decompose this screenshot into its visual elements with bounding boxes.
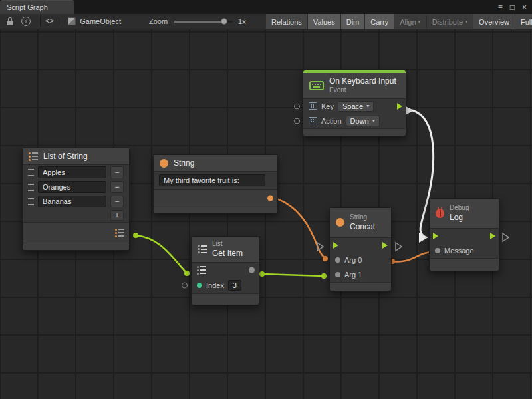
maximize-icon[interactable]: □ bbox=[510, 3, 515, 12]
node-category: List bbox=[212, 240, 243, 249]
node-on-keyboard-input[interactable]: On Keyboard Input Event Key Space ▾ Acti… bbox=[303, 70, 406, 136]
list-icon bbox=[198, 245, 207, 253]
node-footer bbox=[330, 282, 391, 291]
list-item-field[interactable]: Oranges bbox=[38, 181, 106, 193]
node-title: List of String bbox=[43, 152, 88, 161]
chevron-down-icon: ▾ bbox=[418, 19, 421, 25]
chevron-down-icon: ▾ bbox=[372, 118, 375, 124]
action-row: Action Down ▾ bbox=[303, 114, 406, 128]
node-title: String bbox=[174, 158, 194, 168]
dim-button[interactable]: Dim bbox=[340, 14, 365, 29]
zoom-label: Zoom bbox=[149, 17, 168, 25]
list-item-field[interactable]: Bananas bbox=[38, 196, 106, 207]
action-value-port[interactable] bbox=[294, 118, 300, 124]
node-header[interactable]: List of String bbox=[23, 148, 129, 165]
list-input-port[interactable] bbox=[197, 266, 206, 275]
index-input-port[interactable] bbox=[182, 283, 188, 289]
action-label: Action bbox=[321, 117, 342, 125]
node-header[interactable]: String bbox=[154, 155, 277, 172]
string-type-icon bbox=[160, 159, 168, 168]
keycode-icon bbox=[309, 117, 317, 124]
index-row: Index 3 bbox=[192, 278, 259, 293]
node-footer bbox=[192, 293, 259, 305]
arg1-input-port[interactable] bbox=[335, 272, 340, 277]
node-header[interactable]: List Get Item bbox=[192, 237, 259, 263]
string-output-port[interactable] bbox=[267, 196, 273, 201]
node-category: String bbox=[350, 213, 375, 222]
flow-out-arrow[interactable] bbox=[490, 233, 495, 239]
list-icon bbox=[29, 152, 38, 161]
node-header[interactable]: String Concat bbox=[330, 208, 391, 238]
node-category: Debug bbox=[450, 204, 469, 213]
fullscreen-button[interactable]: Full Screen bbox=[515, 14, 532, 29]
arg1-label: Arg 1 bbox=[344, 271, 362, 279]
values-button[interactable]: Values bbox=[307, 14, 340, 29]
add-item-row: + bbox=[23, 209, 129, 222]
node-header[interactable]: On Keyboard Input Event bbox=[303, 73, 406, 99]
add-item-button[interactable]: + bbox=[110, 210, 124, 221]
string-type-icon bbox=[336, 218, 344, 227]
chevron-down-icon: ▾ bbox=[465, 19, 467, 25]
node-list-of-string[interactable]: List of String Apples − Oranges − Banana… bbox=[22, 148, 130, 251]
bug-icon bbox=[436, 209, 444, 218]
title-bar: Script Graph ≡ □ × bbox=[0, 0, 532, 14]
flow-row bbox=[330, 238, 391, 253]
zoom-slider[interactable] bbox=[174, 21, 233, 23]
flow-in-arrow[interactable] bbox=[433, 233, 438, 239]
remove-item-button[interactable]: − bbox=[110, 166, 124, 178]
node-get-item[interactable]: List Get Item Index 3 bbox=[191, 236, 259, 305]
event-flow-out-port[interactable] bbox=[397, 103, 402, 110]
node-concat[interactable]: String Concat Arg 0 Arg 1 bbox=[329, 207, 392, 291]
key-dropdown[interactable]: Space ▾ bbox=[338, 101, 374, 112]
node-footer bbox=[430, 258, 499, 271]
remove-item-button[interactable]: − bbox=[110, 196, 124, 207]
action-dropdown[interactable]: Down ▾ bbox=[346, 116, 380, 126]
node-title: On Keyboard Input bbox=[329, 76, 396, 86]
message-row: Message bbox=[430, 243, 499, 258]
keyboard-icon bbox=[309, 81, 324, 90]
list-item-row: Oranges − bbox=[23, 180, 129, 194]
arg0-input-port[interactable] bbox=[335, 257, 340, 263]
info-icon[interactable] bbox=[21, 17, 31, 26]
zoom-value: 1x bbox=[238, 17, 246, 25]
drag-handle-icon[interactable] bbox=[28, 198, 34, 205]
list-output-row bbox=[23, 222, 129, 243]
node-debug-log[interactable]: Debug Log Message bbox=[429, 198, 499, 271]
remove-item-button[interactable]: − bbox=[110, 181, 124, 193]
overview-button[interactable]: Overview bbox=[473, 14, 515, 29]
zoom-slider-fill bbox=[174, 21, 223, 23]
lock-icon[interactable] bbox=[7, 21, 13, 25]
relations-button[interactable]: Relations bbox=[265, 14, 307, 29]
tab-script-graph[interactable]: Script Graph bbox=[0, 0, 74, 14]
code-icon[interactable] bbox=[45, 17, 54, 25]
carry-button[interactable]: Carry bbox=[364, 14, 394, 29]
menu-icon[interactable]: ≡ bbox=[498, 3, 503, 12]
node-footer bbox=[154, 207, 277, 213]
message-input-port[interactable] bbox=[435, 248, 440, 253]
list-output-port[interactable] bbox=[115, 229, 124, 237]
node-title: Get Item bbox=[212, 249, 243, 259]
list-item-field[interactable]: Apples bbox=[38, 166, 106, 178]
flow-out-arrow[interactable] bbox=[382, 242, 388, 249]
gameobject-label[interactable]: GameObject bbox=[80, 17, 121, 25]
close-icon[interactable]: × bbox=[522, 3, 527, 12]
flow-in-arrow[interactable] bbox=[333, 242, 338, 249]
align-button[interactable]: Align ▾ bbox=[394, 14, 426, 29]
toolbar-divider bbox=[40, 17, 41, 26]
index-port-dot[interactable] bbox=[197, 283, 202, 288]
list-item-row: Bananas − bbox=[23, 194, 129, 209]
node-string-literal[interactable]: String My third favorite fruit is: bbox=[153, 154, 278, 213]
zoom-slider-knob[interactable] bbox=[221, 18, 227, 25]
node-header[interactable]: Debug Log bbox=[430, 199, 499, 229]
distribute-button[interactable]: Distribute ▾ bbox=[426, 14, 473, 29]
string-value-field[interactable]: My third favorite fruit is: bbox=[159, 174, 265, 186]
index-field[interactable]: 3 bbox=[228, 280, 241, 291]
toolbar-divider bbox=[59, 17, 59, 26]
drag-handle-icon[interactable] bbox=[28, 184, 34, 191]
key-value-port[interactable] bbox=[294, 103, 300, 109]
list-item-row: Apples − bbox=[23, 165, 129, 180]
flow-row bbox=[430, 229, 499, 243]
item-output-port[interactable] bbox=[249, 267, 255, 273]
drag-handle-icon[interactable] bbox=[28, 169, 34, 176]
string-value-row: My third favorite fruit is: bbox=[154, 172, 277, 189]
